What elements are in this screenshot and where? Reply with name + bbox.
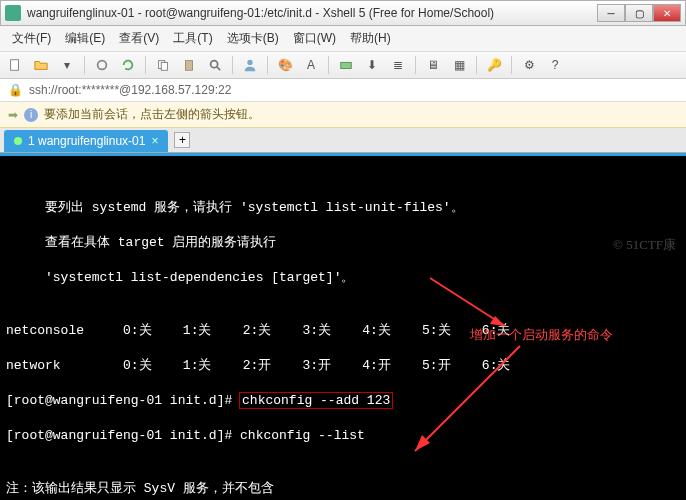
- svg-point-5: [211, 61, 218, 68]
- tab-bar: 1 wangruifenglinux-01 × +: [0, 128, 686, 153]
- disconnect-icon[interactable]: [93, 56, 111, 74]
- terminal[interactable]: © 51CTF康 要列出 systemd 服务，请执行 'systemctl l…: [0, 153, 686, 500]
- minimize-button[interactable]: ─: [597, 4, 625, 22]
- term-line: [root@wangruifeng-01 init.d]# chkconfig …: [6, 427, 680, 445]
- toolbar: ▾ 🎨 A ⬇ ≣ 🖥 ▦ 🔑 ⚙ ?: [0, 52, 686, 79]
- file-transfer-icon[interactable]: [337, 56, 355, 74]
- address-bar: 🔒 ssh://root:********@192.168.57.129:22: [0, 79, 686, 102]
- address-text[interactable]: ssh://root:********@192.168.57.129:22: [29, 83, 231, 97]
- key-icon[interactable]: 🔑: [485, 56, 503, 74]
- svg-point-1: [98, 61, 107, 70]
- dropdown-icon[interactable]: ▾: [58, 56, 76, 74]
- list-icon[interactable]: ≣: [389, 56, 407, 74]
- svg-rect-3: [161, 62, 167, 70]
- copy-icon[interactable]: [154, 56, 172, 74]
- term-line: 要列出 systemd 服务，请执行 'systemctl list-unit-…: [6, 199, 680, 217]
- menu-edit[interactable]: 编辑(E): [59, 28, 111, 49]
- tab-close-icon[interactable]: ×: [151, 134, 158, 148]
- annotation-text: 增加一个启动服务的命令: [470, 326, 613, 344]
- app-icon: [5, 5, 21, 21]
- svg-point-7: [247, 60, 252, 65]
- hosts-icon[interactable]: 🖥: [424, 56, 442, 74]
- separator: [511, 56, 512, 74]
- tab-label: 1 wangruifenglinux-01: [28, 134, 145, 148]
- open-folder-icon[interactable]: [32, 56, 50, 74]
- term-line: 注：该输出结果只显示 SysV 服务，并不包含: [6, 480, 680, 498]
- search-icon[interactable]: [206, 56, 224, 74]
- menu-tools[interactable]: 工具(T): [167, 28, 218, 49]
- term-line: network 0:关 1:关 2:开 3:开 4:开 5:开 6:关: [6, 357, 680, 375]
- separator: [328, 56, 329, 74]
- svg-rect-8: [341, 62, 352, 68]
- titlebar: wangruifenglinux-01 - root@wangruifeng-0…: [0, 0, 686, 26]
- menu-file[interactable]: 文件(F): [6, 28, 57, 49]
- close-button[interactable]: ✕: [653, 4, 681, 22]
- menu-window[interactable]: 窗口(W): [287, 28, 342, 49]
- window-controls: ─ ▢ ✕: [597, 4, 681, 22]
- paste-icon[interactable]: [180, 56, 198, 74]
- new-file-icon[interactable]: [6, 56, 24, 74]
- tab-session-1[interactable]: 1 wangruifenglinux-01 ×: [4, 130, 168, 152]
- separator: [232, 56, 233, 74]
- palette-icon[interactable]: 🎨: [276, 56, 294, 74]
- info-bar: ➡ i 要添加当前会话，点击左侧的箭头按钮。: [0, 102, 686, 128]
- term-line: 查看在具体 target 启用的服务请执行: [6, 234, 680, 252]
- lock-icon: 🔒: [8, 83, 23, 97]
- font-icon[interactable]: A: [302, 56, 320, 74]
- reconnect-icon[interactable]: [119, 56, 137, 74]
- svg-rect-4: [186, 61, 193, 71]
- info-icon: i: [24, 108, 38, 122]
- maximize-button[interactable]: ▢: [625, 4, 653, 22]
- term-line: 'systemctl list-dependencies [target]'。: [6, 269, 680, 287]
- separator: [267, 56, 268, 74]
- multi-screen-icon[interactable]: ▦: [450, 56, 468, 74]
- separator: [415, 56, 416, 74]
- term-line: [root@wangruifeng-01 init.d]# chkconfig …: [6, 392, 680, 410]
- gear-icon[interactable]: ⚙: [520, 56, 538, 74]
- watermark: © 51CTF康: [613, 236, 676, 254]
- menu-help[interactable]: 帮助(H): [344, 28, 397, 49]
- separator: [84, 56, 85, 74]
- highlighted-command: chkconfig --add 123: [240, 393, 392, 408]
- menubar: 文件(F) 编辑(E) 查看(V) 工具(T) 选项卡(B) 窗口(W) 帮助(…: [0, 26, 686, 52]
- svg-line-6: [217, 67, 221, 71]
- svg-rect-0: [11, 60, 19, 71]
- help-icon[interactable]: ?: [546, 56, 564, 74]
- status-dot-icon: [14, 137, 22, 145]
- info-text: 要添加当前会话，点击左侧的箭头按钮。: [44, 106, 260, 123]
- separator: [145, 56, 146, 74]
- arrow-left-icon[interactable]: ➡: [8, 108, 18, 122]
- menu-tabs[interactable]: 选项卡(B): [221, 28, 285, 49]
- window-title: wangruifenglinux-01 - root@wangruifeng-0…: [27, 6, 597, 20]
- download-icon[interactable]: ⬇: [363, 56, 381, 74]
- menu-view[interactable]: 查看(V): [113, 28, 165, 49]
- separator: [476, 56, 477, 74]
- new-tab-button[interactable]: +: [174, 132, 190, 148]
- profile-icon[interactable]: [241, 56, 259, 74]
